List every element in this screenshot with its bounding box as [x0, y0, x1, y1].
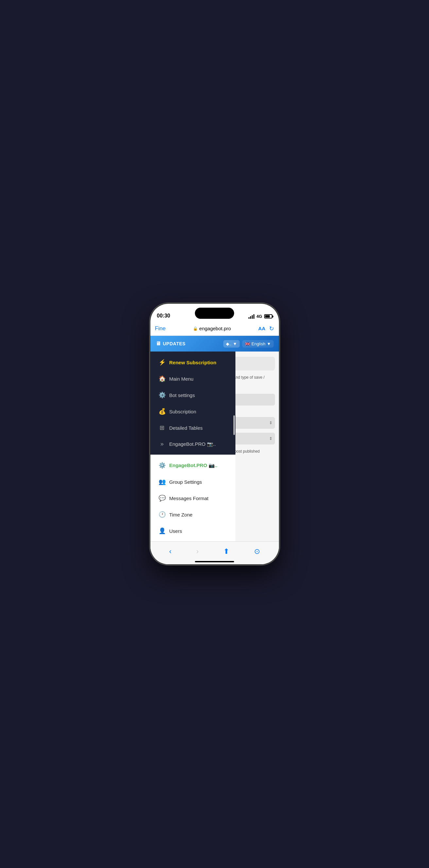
- diamond-dropdown-icon: ▼: [233, 341, 237, 346]
- language-button[interactable]: 🇬🇧 English ▼: [242, 340, 274, 348]
- engagebot-dark-icon: »: [158, 440, 166, 447]
- sidebar-item-renew-subscription[interactable]: ⚡ Renew Subscription: [151, 354, 235, 371]
- signal-type: 4G: [256, 314, 262, 319]
- sidebar-item-users[interactable]: 👤 Users: [151, 523, 235, 539]
- main-menu-label: Main Menu: [169, 376, 194, 382]
- diamond-label: ◆..: [226, 341, 231, 346]
- lightning-icon: ⚡: [158, 359, 166, 366]
- home-icon: 🏠: [158, 375, 166, 382]
- sidebar-item-main-menu[interactable]: 🏠 Main Menu: [151, 371, 235, 387]
- sidebar-dark-section: ⚡ Renew Subscription 🏠 Main Menu ⚙️ Bot …: [151, 351, 235, 455]
- engagebot-green-icon: ⚙️: [158, 462, 166, 469]
- sidebar-item-engagebot-dark[interactable]: » EngageBot.PRO 📷..: [151, 436, 235, 452]
- lang-dropdown-icon: ▼: [267, 341, 271, 346]
- browser-back-button[interactable]: Fine: [155, 326, 166, 332]
- lang-flag: 🇬🇧: [245, 341, 250, 346]
- top-nav: 🖥 UPDATES ◆.. ▼ 🇬🇧 English ▼: [151, 336, 279, 351]
- engagebot-dark-label: EngageBot.PRO 📷..: [169, 441, 216, 447]
- messages-format-label: Messages Format: [169, 496, 209, 501]
- sidebar-item-messages-format[interactable]: 💬 Messages Format: [151, 490, 235, 506]
- select-arrows-2: ⇕: [269, 436, 272, 441]
- browser-aa-button[interactable]: AA: [258, 326, 265, 331]
- battery-icon: [264, 314, 272, 318]
- lock-icon: 🔒: [193, 326, 198, 331]
- updates-label: UPDATES: [163, 341, 186, 346]
- browser-nav-forward[interactable]: ›: [196, 547, 198, 556]
- subscription-icon: 💰: [158, 408, 166, 415]
- phone-frame: 00:30 4G Fine 🔒 engagebot.pro AA ↻: [151, 304, 279, 564]
- engagebot-green-label: EngageBot.PRO 📷..: [169, 463, 218, 468]
- lang-label: English: [252, 341, 265, 346]
- browser-nav-back[interactable]: ‹: [169, 547, 171, 556]
- browser-actions: AA ↻: [258, 325, 274, 332]
- select-arrows-1: ⇕: [269, 421, 272, 425]
- updates-button[interactable]: 🖥 UPDATES: [156, 341, 186, 347]
- time-zone-label: Time Zone: [169, 512, 193, 518]
- content-area: 🖥 UPDATES ◆.. ▼ 🇬🇧 English ▼: [151, 336, 279, 564]
- scrollbar-thumb[interactable]: [233, 415, 235, 435]
- users-icon: 👤: [158, 527, 166, 534]
- browser-url-bar[interactable]: 🔒 engagebot.pro: [193, 326, 231, 331]
- sidebar-item-engagebot-green[interactable]: ⚙️ EngageBot.PRO 📷..: [151, 457, 235, 474]
- tables-icon: ⊞: [158, 424, 166, 431]
- bot-settings-icon: ⚙️: [158, 392, 166, 399]
- scrollbar-track[interactable]: [233, 351, 235, 564]
- sidebar-menu: ⚡ Renew Subscription 🏠 Main Menu ⚙️ Bot …: [151, 351, 235, 564]
- updates-icon: 🖥: [156, 341, 161, 347]
- browser-bar: Fine 🔒 engagebot.pro AA ↻: [151, 321, 279, 336]
- signal-bars: [249, 314, 254, 319]
- sidebar-item-subscription[interactable]: 💰 Subscription: [151, 403, 235, 420]
- browser-bookmarks-button[interactable]: ⊙: [254, 547, 260, 556]
- messages-format-icon: 💬: [158, 495, 166, 502]
- browser-refresh-button[interactable]: ↻: [269, 325, 274, 332]
- bot-settings-label: Bot settings: [169, 393, 195, 398]
- status-time: 00:30: [157, 313, 170, 319]
- group-settings-icon: 👥: [158, 478, 166, 486]
- subscription-label: Subscription: [169, 409, 197, 414]
- browser-share-button[interactable]: ⬆: [223, 547, 229, 556]
- sidebar-item-group-settings[interactable]: 👥 Group Settings: [151, 474, 235, 490]
- sidebar-item-detailed-tables[interactable]: ⊞ Detailed Tables: [151, 420, 235, 436]
- users-label: Users: [169, 528, 182, 534]
- diamond-button[interactable]: ◆.. ▼: [223, 340, 240, 348]
- dynamic-island: [195, 308, 234, 319]
- nav-right: ◆.. ▼ 🇬🇧 English ▼: [223, 340, 274, 348]
- status-icons: 4G: [249, 314, 272, 319]
- sidebar-item-bot-settings[interactable]: ⚙️ Bot settings: [151, 387, 235, 403]
- detailed-tables-label: Detailed Tables: [169, 425, 203, 431]
- renew-subscription-label: Renew Subscription: [169, 360, 217, 365]
- sidebar-item-time-zone[interactable]: 🕐 Time Zone: [151, 506, 235, 523]
- time-zone-icon: 🕐: [158, 511, 166, 518]
- browser-url-text: engagebot.pro: [199, 326, 231, 331]
- group-settings-label: Group Settings: [169, 479, 202, 485]
- home-indicator: [195, 561, 234, 562]
